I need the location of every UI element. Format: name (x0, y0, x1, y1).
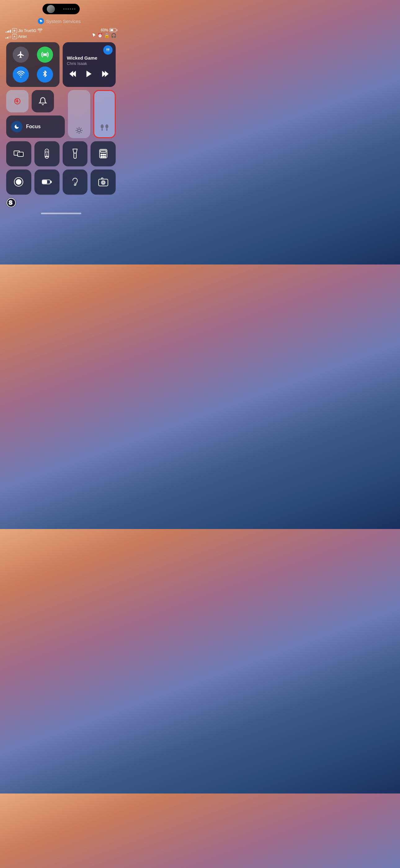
airplane-icon[interactable] (13, 46, 29, 63)
carrier1-name: Jio True5G (18, 29, 37, 33)
wifi-ctrl-icon[interactable] (13, 66, 29, 83)
location-icon (38, 18, 44, 24)
remote-button[interactable] (34, 141, 60, 166)
lock-rotation-button[interactable] (6, 90, 29, 113)
headphones-icon: 🎧 (111, 33, 116, 38)
svg-point-3 (108, 49, 109, 50)
bluetooth-button[interactable] (35, 66, 55, 83)
svg-rect-51 (101, 178, 103, 179)
status-right: 60% ⏰ 🔒 🎧 (92, 28, 116, 38)
music-controls (67, 69, 112, 80)
di-dots (63, 8, 75, 10)
svg-point-0 (43, 53, 46, 56)
svg-point-32 (47, 156, 48, 157)
svg-rect-46 (43, 180, 47, 183)
song-artist: Chris Isaak (67, 61, 112, 66)
svg-point-2 (106, 49, 108, 50)
di-dot (70, 8, 71, 10)
focus-moon-icon (11, 121, 22, 132)
cellular-button[interactable] (35, 46, 55, 63)
system-services-row[interactable]: System Services › (38, 18, 84, 24)
connectivity-panel[interactable] (6, 42, 60, 87)
battery-fill (110, 29, 113, 31)
svg-point-41 (103, 156, 104, 157)
location-status-icon (92, 34, 96, 37)
di-dot (63, 8, 65, 10)
airpods-now-playing-icon (103, 45, 112, 55)
signal-bars-2 (6, 35, 11, 38)
svg-rect-21 (102, 128, 103, 131)
prev-button[interactable] (69, 70, 78, 79)
play-button[interactable] (85, 69, 93, 80)
right-sliders (68, 90, 116, 138)
camera-button[interactable] (91, 169, 116, 195)
shazam-button[interactable]: S (6, 198, 16, 208)
svg-rect-36 (100, 150, 106, 152)
svg-point-42 (104, 156, 106, 157)
svg-marker-6 (87, 71, 92, 77)
top-row: Wicked Game Chris Isaak (6, 42, 116, 87)
di-dot (68, 8, 69, 10)
calculator-button[interactable] (91, 141, 116, 166)
battery-button[interactable] (34, 169, 60, 195)
shazam-row: S (6, 198, 116, 208)
bar1 (6, 32, 6, 33)
alarm-icon: ⏰ (97, 33, 103, 38)
cellular-icon[interactable] (37, 46, 53, 63)
svg-point-11 (77, 129, 80, 132)
focus-button[interactable]: Focus (6, 116, 65, 138)
svg-point-38 (103, 154, 104, 155)
carrier2-badge: A (12, 34, 17, 39)
svg-marker-8 (105, 71, 108, 77)
svg-point-37 (101, 154, 102, 155)
screen-record-button[interactable] (6, 169, 31, 195)
wifi-button[interactable] (10, 66, 31, 83)
battery-percent: 60% (101, 28, 108, 32)
bar4 (10, 30, 11, 33)
bottom-grid-2 (6, 169, 116, 195)
music-panel[interactable]: Wicked Game Chris Isaak (63, 42, 116, 87)
svg-rect-34 (74, 153, 76, 158)
carrier2-row: A Airtel (6, 34, 42, 39)
control-center: Wicked Game Chris Isaak (3, 42, 119, 208)
bluetooth-icon[interactable] (37, 66, 53, 83)
airplane-button[interactable] (10, 46, 31, 63)
flashlight-button[interactable] (63, 141, 88, 166)
svg-point-50 (102, 182, 104, 183)
status-icons-row: ⏰ 🔒 🎧 (92, 33, 116, 38)
left-controls: Focus (6, 90, 65, 138)
bar4-dim (10, 36, 11, 38)
system-services-chevron: › (82, 19, 84, 24)
mid-section: Focus (6, 90, 116, 138)
battery-row: 60% (101, 28, 116, 32)
di-avatar (47, 5, 55, 13)
svg-rect-23 (106, 128, 108, 131)
svg-point-44 (16, 180, 21, 184)
airpods-icon (99, 121, 110, 133)
svg-point-30 (46, 156, 47, 157)
screen-mirror-button[interactable] (6, 141, 31, 166)
next-button[interactable] (100, 70, 109, 79)
signal-bars-1 (6, 29, 11, 33)
hearing-button[interactable] (63, 169, 88, 195)
di-dot (74, 8, 75, 10)
svg-line-15 (81, 132, 81, 132)
brightness-panel[interactable] (68, 90, 90, 138)
bar3 (8, 30, 9, 33)
small-buttons-row (6, 90, 65, 113)
dynamic-island (42, 4, 80, 14)
airpods-volume-panel[interactable] (93, 90, 116, 138)
status-left: B Jio True5G A Airtel (6, 28, 42, 39)
wifi-status-icon (37, 28, 42, 34)
di-dot (72, 8, 73, 10)
carrier1-badge: B (12, 28, 17, 33)
status-bar: B Jio True5G A Airtel (0, 26, 122, 41)
battery-icon (109, 28, 116, 32)
svg-line-18 (77, 132, 77, 132)
svg-point-20 (101, 124, 104, 128)
svg-point-40 (101, 156, 102, 157)
carrier1-row: B Jio True5G (6, 28, 42, 34)
svg-point-31 (45, 156, 46, 157)
svg-rect-47 (50, 181, 52, 183)
bell-button[interactable] (32, 90, 54, 113)
